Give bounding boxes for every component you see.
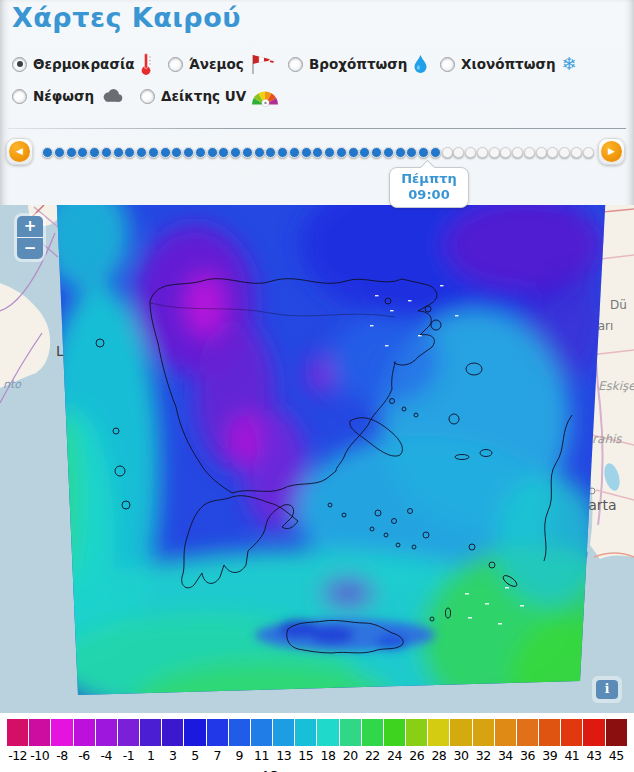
timeline-dot[interactable] <box>171 147 182 158</box>
zoom-in-button[interactable]: + <box>17 216 43 238</box>
timeline-dot[interactable] <box>442 147 453 158</box>
legend-stop: -6 <box>74 719 95 763</box>
timeline-dot[interactable] <box>136 147 147 158</box>
thermometer-icon <box>140 52 152 76</box>
timeline-dot[interactable] <box>418 147 429 158</box>
timeline-prev-button[interactable]: ◀ <box>6 138 33 165</box>
timeline-dot[interactable] <box>124 147 135 158</box>
timeline-dot[interactable] <box>500 147 511 158</box>
timeline-dot[interactable] <box>54 147 65 158</box>
timeline-dot[interactable] <box>512 147 523 158</box>
timeline-dot[interactable] <box>430 147 441 158</box>
legend-stop: 1 <box>140 719 161 763</box>
timeline-dots[interactable] <box>42 143 594 161</box>
timeline-dot[interactable] <box>348 147 359 158</box>
timeline-dot[interactable] <box>242 147 253 158</box>
timeline-next-button[interactable]: ▶ <box>598 138 625 165</box>
timeline-dot[interactable] <box>536 147 547 158</box>
legend-stop: 41 <box>561 719 582 763</box>
timeline-dot[interactable] <box>277 147 288 158</box>
legend-stop: -12 <box>7 719 28 763</box>
layer-option-label: Δείκτης UV <box>161 88 246 104</box>
timeline-dot[interactable] <box>406 147 417 158</box>
timeline-dot[interactable] <box>359 147 370 158</box>
zoom-out-button[interactable]: − <box>17 238 43 259</box>
layer-option-cloud[interactable]: Νέφωση <box>12 84 124 108</box>
layer-option-label: Χιονόπτωση <box>461 56 556 72</box>
timeline-dot[interactable] <box>324 147 335 158</box>
legend-stop: 9 <box>229 719 250 763</box>
svg-text:Dü: Dü <box>610 298 627 312</box>
timeline-dot[interactable] <box>336 147 347 158</box>
info-button[interactable]: i <box>596 680 618 699</box>
timeline-dot[interactable] <box>583 147 594 158</box>
timeline-dot[interactable] <box>207 147 218 158</box>
layer-option-snow[interactable]: Χιονόπτωση ❄ <box>440 52 577 76</box>
divider <box>8 128 626 129</box>
map-canvas: Brindisi Lecce nto Dü azarı Eskişe karah… <box>0 205 634 713</box>
timeline-dot[interactable] <box>547 147 558 158</box>
radio-uv[interactable] <box>140 89 155 104</box>
legend-stop: 11 <box>251 719 272 763</box>
timeline-dot[interactable] <box>230 147 241 158</box>
uv-index-icon <box>252 86 279 107</box>
legend-stop: 32 <box>473 719 494 763</box>
legend-stop: 28 <box>428 719 449 763</box>
timeline-dot[interactable] <box>383 147 394 158</box>
timeline-dot[interactable] <box>312 147 323 158</box>
legend-stop: 5 <box>184 719 205 763</box>
legend-stop: -8 <box>51 719 72 763</box>
cloud-icon <box>100 87 124 105</box>
timeline-dot[interactable] <box>77 147 88 158</box>
layer-option-uv[interactable]: Δείκτης UV <box>140 84 279 108</box>
legend-stop: -1 <box>118 719 139 763</box>
timeline-dot[interactable] <box>265 147 276 158</box>
timeline-dot[interactable] <box>571 147 582 158</box>
timeline-dot[interactable] <box>524 147 535 158</box>
timeline-dot[interactable] <box>301 147 312 158</box>
timeline-dot[interactable] <box>489 147 500 158</box>
legend-stop: 26 <box>406 719 427 763</box>
radio-wind[interactable] <box>168 57 183 72</box>
timeline-dot[interactable] <box>254 147 265 158</box>
timeline-dot[interactable] <box>42 147 53 158</box>
timeline-dot[interactable] <box>183 147 194 158</box>
timeline-dot[interactable] <box>453 147 464 158</box>
layer-option-rain[interactable]: Βροχόπτωση <box>288 52 428 76</box>
legend-stop: 39 <box>539 719 560 763</box>
timeline-dot[interactable] <box>559 147 570 158</box>
legend-stop: 45 <box>606 719 627 763</box>
timeline-dot[interactable] <box>160 147 171 158</box>
timeline-dot[interactable] <box>195 147 206 158</box>
radio-cloud[interactable] <box>12 89 27 104</box>
legend-stop: 20 <box>340 719 361 763</box>
legend-stop: 24 <box>384 719 405 763</box>
timeline-dot[interactable] <box>465 147 476 158</box>
layer-option-wind[interactable]: Άνεμος <box>168 52 276 76</box>
timeline-dot[interactable] <box>289 147 300 158</box>
layer-option-label: Νέφωση <box>33 88 94 104</box>
timeline-dot[interactable] <box>101 147 112 158</box>
map-info-container: i <box>592 676 622 703</box>
timeline-dot[interactable] <box>477 147 488 158</box>
timeline-dot[interactable] <box>89 147 100 158</box>
radio-snow[interactable] <box>440 57 455 72</box>
timeline-dot[interactable] <box>113 147 124 158</box>
legend-stop: 43 <box>583 719 604 763</box>
radio-temperature[interactable] <box>12 57 27 72</box>
layer-option-label: Άνεμος <box>189 56 244 72</box>
layer-option-temperature[interactable]: Θερμοκρασία <box>12 52 152 76</box>
timeline-dot[interactable] <box>218 147 229 158</box>
weather-map[interactable]: Brindisi Lecce nto Dü azarı Eskişe karah… <box>0 205 634 713</box>
temperature-legend: -12-10-8-6-4-113579111315182022242628303… <box>0 713 634 772</box>
snowflake-icon: ❄ <box>562 55 577 73</box>
timeline-dot[interactable] <box>148 147 159 158</box>
legend-stop: -10 <box>29 719 50 763</box>
timeline-dot[interactable] <box>395 147 406 158</box>
timeline-dot[interactable] <box>371 147 382 158</box>
radio-rain[interactable] <box>288 57 303 72</box>
timeline-dot[interactable] <box>66 147 77 158</box>
layer-option-label: Θερμοκρασία <box>33 56 134 72</box>
legend-stop: 7 <box>207 719 228 763</box>
legend-stop: 15 <box>295 719 316 763</box>
